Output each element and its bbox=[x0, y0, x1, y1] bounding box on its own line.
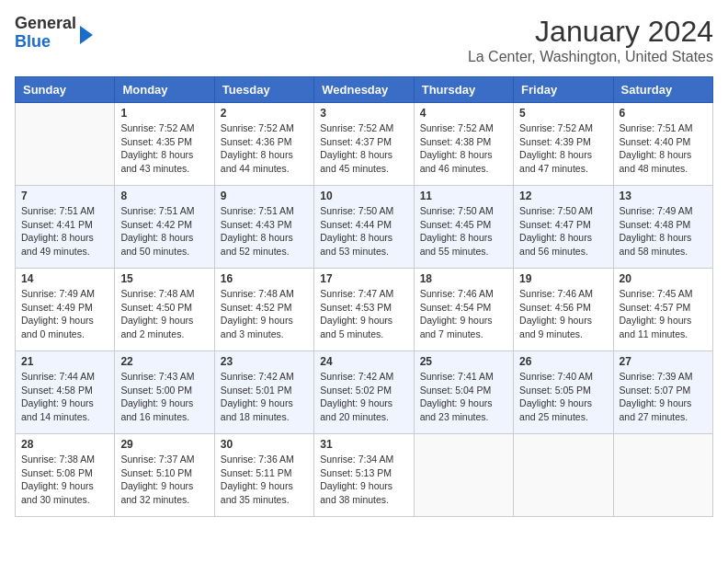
day-info: Sunrise: 7:38 AMSunset: 5:08 PMDaylight:… bbox=[21, 453, 108, 507]
day-number: 8 bbox=[120, 190, 208, 202]
day-info: Sunrise: 7:49 AMSunset: 4:49 PMDaylight:… bbox=[21, 287, 108, 341]
day-info: Sunrise: 7:52 AMSunset: 4:36 PMDaylight:… bbox=[221, 121, 308, 176]
logo-arrow-icon bbox=[80, 26, 93, 44]
day-info: Sunrise: 7:45 AMSunset: 4:57 PMDaylight:… bbox=[620, 287, 707, 341]
day-info: Sunrise: 7:46 AMSunset: 4:56 PMDaylight:… bbox=[519, 287, 607, 341]
calendar-cell: 21Sunrise: 7:44 AMSunset: 4:58 PMDayligh… bbox=[16, 351, 115, 434]
calendar-cell: 22Sunrise: 7:43 AMSunset: 5:00 PMDayligh… bbox=[115, 351, 214, 434]
day-info: Sunrise: 7:52 AMSunset: 4:38 PMDaylight:… bbox=[420, 121, 507, 176]
calendar-cell: 10Sunrise: 7:50 AMSunset: 4:44 PMDayligh… bbox=[314, 186, 414, 269]
day-info: Sunrise: 7:44 AMSunset: 4:58 PMDaylight:… bbox=[21, 370, 108, 424]
calendar-cell bbox=[414, 434, 513, 517]
calendar-cell: 24Sunrise: 7:42 AMSunset: 5:02 PMDayligh… bbox=[314, 351, 414, 434]
day-info: Sunrise: 7:51 AMSunset: 4:40 PMDaylight:… bbox=[620, 121, 707, 176]
day-number: 27 bbox=[620, 355, 707, 368]
calendar-cell: 16Sunrise: 7:48 AMSunset: 4:52 PMDayligh… bbox=[214, 269, 313, 351]
day-number: 31 bbox=[320, 438, 407, 451]
weekday-header: Tuesday bbox=[214, 77, 313, 103]
day-info: Sunrise: 7:50 AMSunset: 4:44 PMDaylight:… bbox=[320, 204, 407, 259]
calendar-week-row: 1Sunrise: 7:52 AMSunset: 4:35 PMDaylight… bbox=[16, 103, 713, 186]
calendar-cell: 14Sunrise: 7:49 AMSunset: 4:49 PMDayligh… bbox=[16, 269, 115, 351]
day-number: 20 bbox=[620, 272, 707, 285]
weekday-header: Friday bbox=[514, 77, 613, 103]
weekday-header-row: SundayMondayTuesdayWednesdayThursdayFrid… bbox=[16, 77, 713, 103]
day-number: 28 bbox=[21, 438, 108, 451]
calendar-table: SundayMondayTuesdayWednesdayThursdayFrid… bbox=[15, 76, 713, 517]
calendar-cell bbox=[613, 434, 712, 517]
day-number: 21 bbox=[21, 355, 108, 368]
day-number: 30 bbox=[221, 438, 308, 451]
day-info: Sunrise: 7:47 AMSunset: 4:53 PMDaylight:… bbox=[320, 287, 407, 341]
day-number: 4 bbox=[420, 107, 507, 120]
day-info: Sunrise: 7:42 AMSunset: 5:01 PMDaylight:… bbox=[221, 370, 308, 424]
day-number: 2 bbox=[221, 107, 308, 120]
day-number: 18 bbox=[420, 272, 507, 285]
day-info: Sunrise: 7:50 AMSunset: 4:45 PMDaylight:… bbox=[420, 204, 507, 259]
calendar-cell: 6Sunrise: 7:51 AMSunset: 4:40 PMDaylight… bbox=[613, 103, 712, 186]
day-number: 1 bbox=[120, 107, 208, 120]
weekday-header: Thursday bbox=[414, 77, 513, 103]
calendar-cell: 5Sunrise: 7:52 AMSunset: 4:39 PMDaylight… bbox=[514, 103, 613, 186]
day-info: Sunrise: 7:52 AMSunset: 4:39 PMDaylight:… bbox=[519, 121, 607, 176]
day-info: Sunrise: 7:50 AMSunset: 4:47 PMDaylight:… bbox=[519, 204, 607, 259]
day-number: 19 bbox=[519, 272, 607, 285]
weekday-header: Wednesday bbox=[314, 77, 414, 103]
day-number: 17 bbox=[320, 272, 407, 285]
page-header: General Blue January 2024 La Center, Was… bbox=[15, 15, 713, 65]
calendar-cell: 13Sunrise: 7:49 AMSunset: 4:48 PMDayligh… bbox=[613, 186, 712, 269]
calendar-title: January 2024 bbox=[468, 15, 713, 49]
day-number: 6 bbox=[620, 107, 707, 120]
day-number: 14 bbox=[21, 272, 108, 285]
calendar-cell bbox=[16, 103, 115, 186]
calendar-cell: 8Sunrise: 7:51 AMSunset: 4:42 PMDaylight… bbox=[115, 186, 214, 269]
day-info: Sunrise: 7:41 AMSunset: 5:04 PMDaylight:… bbox=[420, 370, 507, 424]
day-number: 25 bbox=[420, 355, 507, 368]
day-number: 7 bbox=[21, 190, 108, 202]
day-info: Sunrise: 7:51 AMSunset: 4:43 PMDaylight:… bbox=[221, 204, 308, 259]
day-number: 22 bbox=[120, 355, 208, 368]
day-info: Sunrise: 7:43 AMSunset: 5:00 PMDaylight:… bbox=[120, 370, 208, 424]
calendar-cell: 3Sunrise: 7:52 AMSunset: 4:37 PMDaylight… bbox=[314, 103, 414, 186]
logo: General Blue bbox=[15, 15, 93, 52]
calendar-week-row: 28Sunrise: 7:38 AMSunset: 5:08 PMDayligh… bbox=[16, 434, 713, 517]
day-number: 9 bbox=[221, 190, 308, 202]
day-info: Sunrise: 7:34 AMSunset: 5:13 PMDaylight:… bbox=[320, 453, 407, 507]
calendar-cell: 30Sunrise: 7:36 AMSunset: 5:11 PMDayligh… bbox=[214, 434, 313, 517]
weekday-header: Monday bbox=[115, 77, 214, 103]
day-number: 24 bbox=[320, 355, 407, 368]
calendar-cell: 28Sunrise: 7:38 AMSunset: 5:08 PMDayligh… bbox=[16, 434, 115, 517]
calendar-cell: 9Sunrise: 7:51 AMSunset: 4:43 PMDaylight… bbox=[214, 186, 313, 269]
calendar-cell: 7Sunrise: 7:51 AMSunset: 4:41 PMDaylight… bbox=[16, 186, 115, 269]
calendar-cell: 29Sunrise: 7:37 AMSunset: 5:10 PMDayligh… bbox=[115, 434, 214, 517]
calendar-cell: 12Sunrise: 7:50 AMSunset: 4:47 PMDayligh… bbox=[514, 186, 613, 269]
calendar-cell: 19Sunrise: 7:46 AMSunset: 4:56 PMDayligh… bbox=[514, 269, 613, 351]
day-info: Sunrise: 7:48 AMSunset: 4:52 PMDaylight:… bbox=[221, 287, 308, 341]
calendar-cell: 26Sunrise: 7:40 AMSunset: 5:05 PMDayligh… bbox=[514, 351, 613, 434]
day-info: Sunrise: 7:51 AMSunset: 4:41 PMDaylight:… bbox=[21, 204, 108, 259]
logo-blue: Blue bbox=[15, 33, 76, 52]
calendar-cell: 25Sunrise: 7:41 AMSunset: 5:04 PMDayligh… bbox=[414, 351, 513, 434]
logo-general: General bbox=[15, 15, 76, 33]
title-block: January 2024 La Center, Washington, Unit… bbox=[468, 15, 713, 65]
calendar-cell: 18Sunrise: 7:46 AMSunset: 4:54 PMDayligh… bbox=[414, 269, 513, 351]
day-info: Sunrise: 7:36 AMSunset: 5:11 PMDaylight:… bbox=[221, 453, 308, 507]
day-number: 15 bbox=[120, 272, 208, 285]
calendar-cell: 2Sunrise: 7:52 AMSunset: 4:36 PMDaylight… bbox=[214, 103, 313, 186]
day-number: 13 bbox=[620, 190, 707, 202]
day-number: 5 bbox=[519, 107, 607, 120]
day-info: Sunrise: 7:40 AMSunset: 5:05 PMDaylight:… bbox=[519, 370, 607, 424]
day-info: Sunrise: 7:42 AMSunset: 5:02 PMDaylight:… bbox=[320, 370, 407, 424]
calendar-cell: 20Sunrise: 7:45 AMSunset: 4:57 PMDayligh… bbox=[613, 269, 712, 351]
calendar-week-row: 7Sunrise: 7:51 AMSunset: 4:41 PMDaylight… bbox=[16, 186, 713, 269]
calendar-cell: 31Sunrise: 7:34 AMSunset: 5:13 PMDayligh… bbox=[314, 434, 414, 517]
calendar-cell: 27Sunrise: 7:39 AMSunset: 5:07 PMDayligh… bbox=[613, 351, 712, 434]
weekday-header: Sunday bbox=[16, 77, 115, 103]
day-info: Sunrise: 7:52 AMSunset: 4:37 PMDaylight:… bbox=[320, 121, 407, 176]
day-info: Sunrise: 7:49 AMSunset: 4:48 PMDaylight:… bbox=[620, 204, 707, 259]
day-info: Sunrise: 7:37 AMSunset: 5:10 PMDaylight:… bbox=[120, 453, 208, 507]
day-number: 3 bbox=[320, 107, 407, 120]
day-number: 23 bbox=[221, 355, 308, 368]
day-info: Sunrise: 7:39 AMSunset: 5:07 PMDaylight:… bbox=[620, 370, 707, 424]
calendar-cell: 23Sunrise: 7:42 AMSunset: 5:01 PMDayligh… bbox=[214, 351, 313, 434]
day-info: Sunrise: 7:52 AMSunset: 4:35 PMDaylight:… bbox=[120, 121, 208, 176]
